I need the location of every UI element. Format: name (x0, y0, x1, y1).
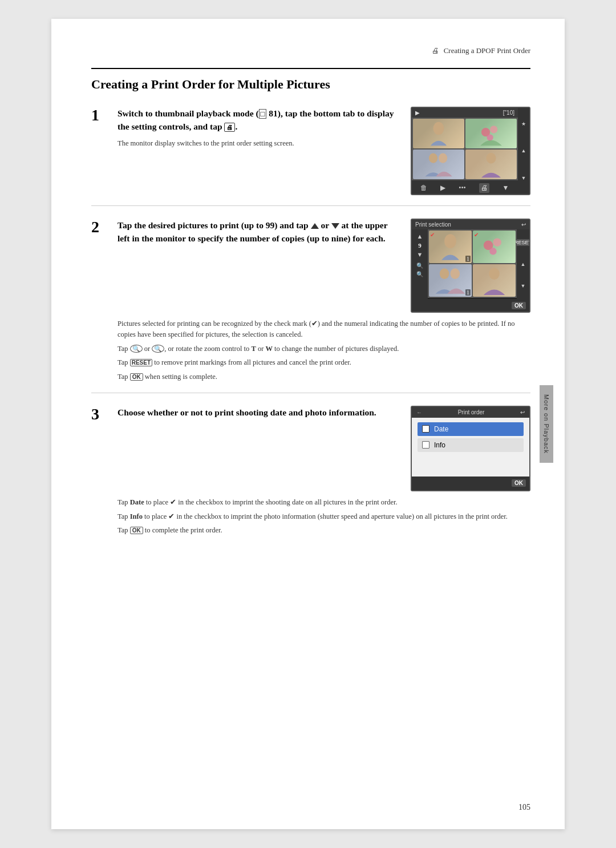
step-3-note-3: Tap OK to complete the print order. (117, 525, 530, 536)
screen3-header: ← Print order ↩ (412, 407, 529, 418)
thumb-1-art (413, 119, 464, 148)
screen2-copy-count: 9 (418, 242, 422, 249)
s2-down-icon: ▼ (521, 283, 526, 289)
step2-screen: Print selection ↩ ▲ 9 ▼ 🔍 🔍 (411, 219, 530, 313)
step-3-section: 3 Choose whether or not to print shootin… (91, 406, 530, 546)
screen2-thumb-2: ✔ (473, 231, 516, 263)
screen1-count: ["10] (503, 110, 514, 116)
s2-thumb-4-art (473, 264, 516, 297)
step-1-number: 1 (91, 107, 107, 124)
step-3-row: 3 Choose whether or not to print shootin… (91, 406, 530, 491)
svg-point-12 (451, 268, 460, 279)
screen2-right-sidebar: RESET ▲ ▼ (517, 229, 529, 299)
step-3-image: ← Print order ↩ ✔ Date Info (411, 406, 530, 491)
printer-icon: 🖨 (432, 46, 439, 55)
thumb-1 (413, 119, 464, 148)
step3-screen: ← Print order ↩ ✔ Date Info (411, 406, 530, 491)
step-1-instruction: Switch to thumbnail playback mode (□ 81)… (117, 107, 395, 134)
step-3-note-1: Tap Date to place ✔ in the checkbox to i… (117, 497, 530, 508)
s2-thumb-2-art (473, 231, 516, 263)
step-2-note-1: Pictures selected for printing can be re… (117, 318, 530, 340)
toolbar-dots-icon: ••• (459, 184, 466, 192)
step-2-number: 2 (91, 219, 107, 236)
screen2-zoom-out-icon: 🔍 (416, 271, 423, 277)
thumb-3 (413, 150, 464, 179)
step-2-notes: Pictures selected for printing can be re… (117, 318, 530, 382)
side-tab: More on Playback (540, 385, 553, 463)
step-3-notes: Tap Date to place ✔ in the checkbox to i… (117, 497, 530, 536)
svg-point-11 (440, 268, 449, 279)
step-1-image: ▶ ["10] (411, 107, 530, 195)
svg-point-9 (493, 238, 501, 247)
screen2-thumb-3: 1 (429, 264, 472, 297)
s2-num-3: 1 (465, 289, 471, 296)
screen1-grid (412, 118, 518, 180)
toolbar-play-icon: ▶ (440, 184, 445, 192)
step-2-note-3: Tap RESET to remove print markings from … (117, 357, 530, 368)
thumb-3-art (413, 150, 464, 179)
step-1-note: The monitor display switches to the prin… (117, 138, 395, 149)
screen1-play-icon: ▶ (415, 110, 420, 116)
screen1-toolbar: 🗑 ▶ ••• 🖨 ▼ (412, 180, 518, 195)
step-3-number: 3 (91, 406, 107, 423)
svg-point-4 (429, 154, 437, 163)
toolbar-down-icon: ▼ (502, 184, 509, 192)
thumb-4 (465, 150, 517, 179)
screen3-date-row: ✔ Date (418, 422, 524, 436)
screen2-thumb-4 (473, 264, 516, 297)
screen2-up-icon: ▲ (417, 233, 423, 240)
sidebar-down-icon: ▼ (521, 175, 526, 181)
step-2-note-2: Tap 🔍 or 🔍, or rotate the zoom control t… (117, 344, 530, 354)
page-header: 🖨 Creating a DPOF Print Order (91, 46, 530, 58)
screen3-arrow: ← (416, 409, 422, 415)
step-1-section: 1 Switch to thumbnail playback mode (□ 8… (91, 107, 530, 206)
screen2-zoom-in-icon: 🔍 (416, 263, 423, 269)
step1-screen: ▶ ["10] (411, 107, 530, 195)
svg-point-13 (489, 268, 500, 280)
step-2-instruction: Tap the desired pictures to print (up to… (117, 219, 395, 245)
thumb-2-art (465, 119, 517, 148)
screen3-date-checkbox: ✔ (422, 425, 429, 433)
thumb-2 (465, 119, 517, 148)
step-2-section: 2 Tap the desired pictures to print (up … (91, 219, 530, 393)
page: 🖨 Creating a DPOF Print Order Creating a… (51, 19, 565, 829)
screen2-left-controls: ▲ 9 ▼ 🔍 🔍 (412, 229, 428, 299)
svg-point-2 (490, 126, 497, 133)
svg-point-3 (487, 134, 493, 140)
screen2-thumb-1: ✔ 1 (429, 231, 472, 263)
sidebar-up-icon: ▲ (521, 148, 526, 154)
screen3-ok-button: OK (512, 479, 526, 487)
screen2-down-icon: ▼ (417, 251, 423, 258)
toolbar-print-icon: 🖨 (479, 183, 489, 193)
screen3-date-label: Date (434, 425, 448, 433)
screen2-body: ▲ 9 ▼ 🔍 🔍 ✔ (412, 229, 529, 299)
screen3-info-checkbox (422, 441, 429, 449)
s2-up-icon: ▲ (521, 261, 526, 267)
screen2-bottom: OK (412, 299, 529, 312)
screen1-main: ▶ ["10] (412, 108, 518, 194)
thumb-4-art (465, 150, 517, 179)
page-number: 105 (518, 803, 530, 812)
screen2-grid: ✔ 1 ✔ (428, 229, 517, 298)
s2-check-1: ✔ (430, 232, 435, 238)
screen3-body: ✔ Date Info (412, 418, 529, 477)
svg-point-5 (439, 154, 447, 163)
step-2-image: Print selection ↩ ▲ 9 ▼ 🔍 🔍 (411, 219, 530, 313)
step-1-content: Switch to thumbnail playback mode (□ 81)… (117, 107, 395, 152)
step-3-instruction: Choose whether or not to print shooting … (117, 406, 395, 419)
step-3-content: Choose whether or not to print shooting … (117, 406, 395, 423)
step-2-row: 2 Tap the desired pictures to print (up … (91, 219, 530, 313)
s2-check-2: ✔ (474, 232, 479, 238)
svg-point-10 (489, 248, 496, 255)
header-text: Creating a DPOF Print Order (444, 46, 530, 55)
screen2-back-icon: ↩ (521, 221, 526, 228)
sidebar-star-icon: ★ (521, 121, 526, 127)
screen2-ok-button: OK (512, 302, 526, 309)
screen2-title: Print selection (415, 221, 451, 228)
screen3-back-icon: ↩ (520, 409, 525, 415)
svg-point-0 (433, 122, 444, 135)
screen3-footer: OK (412, 477, 529, 490)
main-title: Creating a Print Order for Multiple Pict… (91, 68, 530, 92)
screen2-header: Print selection ↩ (412, 220, 529, 229)
screen1-header: ▶ ["10] (412, 108, 518, 118)
